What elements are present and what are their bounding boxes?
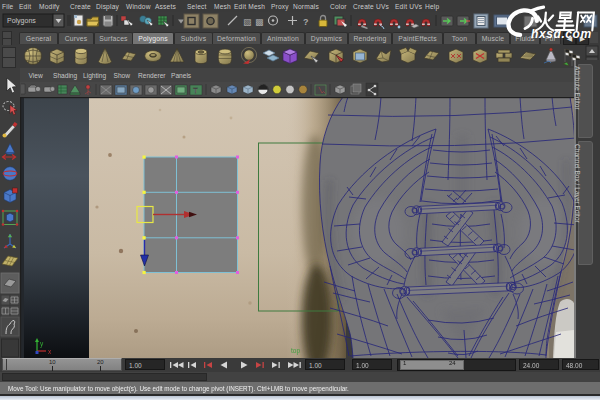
svg-text:hxsd.com: hxsd.com	[531, 27, 592, 41]
svg-text:T: T	[193, 86, 198, 95]
svg-text:▧: ▧	[243, 17, 252, 27]
svg-text:Polygons: Polygons	[7, 17, 36, 25]
svg-text:▩: ▩	[255, 17, 264, 27]
svg-text:?: ?	[303, 17, 309, 27]
svg-text:top: top	[291, 347, 300, 355]
